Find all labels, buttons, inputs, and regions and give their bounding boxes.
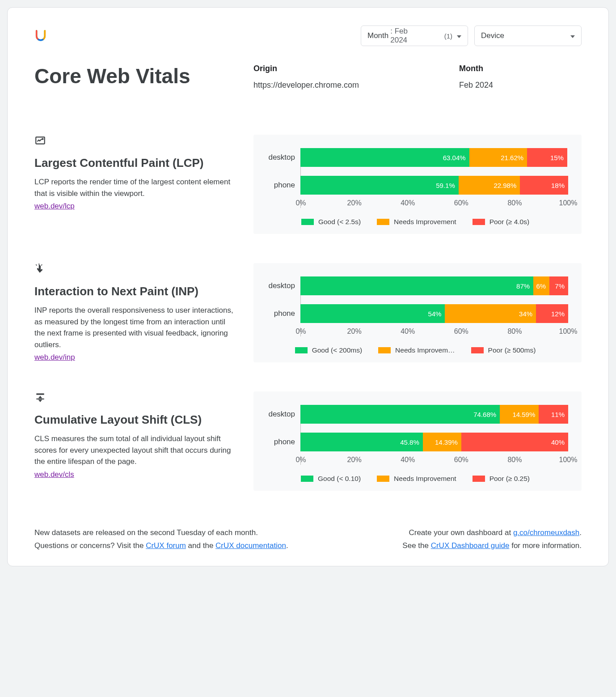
- filter-bar: Month : Feb 2024 (1) Device: [361, 26, 582, 46]
- header-row: Core Web Vitals Origin https://developer…: [34, 64, 582, 90]
- metric-title: Interaction to Next Paint (INP): [34, 285, 236, 298]
- bar-seg-ni: 6%: [533, 276, 549, 295]
- bar-seg-poor: 7%: [549, 276, 568, 295]
- metric-doc-link[interactable]: web.dev/cls: [34, 470, 74, 479]
- bar-track[interactable]: 59.1%22.98%18%: [300, 176, 568, 195]
- legend: Good (< 200ms)Needs Improvem…Poor (≥ 500…: [262, 346, 568, 354]
- bar-row-phone: phone59.1%22.98%18%: [262, 176, 568, 195]
- caret-down-icon: [570, 31, 575, 40]
- legend-item-ni: Needs Improvement: [377, 475, 456, 483]
- bar-seg-ni: 34%: [445, 304, 536, 323]
- legend-label: Good (< 0.10): [318, 475, 361, 483]
- legend-item-poor: Poor (≥ 0.25): [473, 475, 530, 483]
- bar-row-desktop: desktop87%6%7%: [262, 276, 568, 295]
- chart-cls: desktop74.68%14.59%11%phone45.8%14.39%40…: [253, 391, 582, 491]
- meta-month-label: Month: [459, 64, 557, 73]
- bar-row-desktop: desktop63.04%21.62%15%: [262, 148, 568, 167]
- legend-swatch: [378, 347, 391, 353]
- axis-tick: 0%: [295, 199, 306, 207]
- axis-tick: 80%: [507, 327, 522, 336]
- axis-tick: 100%: [559, 327, 578, 336]
- legend-swatch: [301, 219, 314, 225]
- footer-right-line2: See the CrUX Dashboard guide for more in…: [402, 540, 582, 552]
- axis-tick: 100%: [559, 456, 578, 464]
- bar-track[interactable]: 45.8%14.39%40%: [300, 433, 568, 451]
- metric-info: Largest Contentful Paint (LCP)LCP report…: [34, 135, 253, 211]
- legend-label: Good (< 2.5s): [318, 218, 361, 226]
- bar-seg-poor: 12%: [536, 304, 568, 323]
- metric-doc-link[interactable]: web.dev/lcp: [34, 202, 75, 210]
- axis-tick: 0%: [295, 456, 306, 464]
- legend-label: Poor (≥ 0.25): [489, 475, 530, 483]
- legend-swatch: [377, 219, 389, 225]
- bar-track[interactable]: 74.68%14.59%11%: [300, 405, 568, 424]
- bar-seg-ni: 14.59%: [500, 405, 539, 424]
- axis-tick: 80%: [507, 456, 522, 464]
- bar-track[interactable]: 87%6%7%: [300, 276, 568, 295]
- filter-device-label: Device: [481, 31, 504, 40]
- metrics-host: Largest Contentful Paint (LCP)LCP report…: [34, 135, 582, 491]
- bar-category-label: desktop: [262, 410, 300, 419]
- metric-desc: CLS measures the sum total of all indivi…: [34, 433, 236, 468]
- footer-text: .: [286, 541, 288, 550]
- legend-swatch: [471, 347, 484, 353]
- axis-tick: 60%: [454, 456, 468, 464]
- axis-tick: 20%: [347, 456, 362, 464]
- bar-seg-ni: 21.62%: [469, 148, 527, 167]
- legend-item-poor: Poor (≥ 500ms): [471, 346, 536, 354]
- meta-origin: Origin https://developer.chrome.com: [253, 64, 459, 90]
- legend-label: Needs Improvement: [394, 218, 456, 226]
- legend-item-good: Good (< 0.10): [301, 475, 361, 483]
- bar-seg-good: 54%: [300, 304, 445, 323]
- legend-label: Poor (≥ 4.0s): [489, 218, 529, 226]
- bar-seg-ni: 22.98%: [459, 176, 520, 195]
- filter-device[interactable]: Device: [474, 26, 582, 46]
- legend-swatch: [377, 476, 389, 482]
- footer-left-line2: Questions or concerns? Visit the CrUX fo…: [34, 540, 288, 552]
- bars-container: desktop74.68%14.59%11%phone45.8%14.39%40…: [262, 405, 568, 451]
- bar-track[interactable]: 54%34%12%: [300, 304, 568, 323]
- bar-seg-poor: 40%: [461, 433, 568, 451]
- bar-seg-ni: 14.39%: [423, 433, 461, 451]
- axis: 0%20%40%60%80%100%: [262, 327, 568, 336]
- meta-origin-value: https://developer.chrome.com: [253, 81, 459, 90]
- legend-item-good: Good (< 200ms): [295, 346, 362, 354]
- bar-row-desktop: desktop74.68%14.59%11%: [262, 405, 568, 424]
- axis-tick: 40%: [401, 456, 415, 464]
- bars-container: desktop63.04%21.62%15%phone59.1%22.98%18…: [262, 148, 568, 195]
- metric-info: Cumulative Layout Shift (CLS)CLS measure…: [34, 391, 253, 479]
- footer-left: New datasets are released on the second …: [34, 527, 288, 552]
- bar-row-phone: phone54%34%12%: [262, 304, 568, 323]
- bar-track[interactable]: 63.04%21.62%15%: [300, 148, 568, 167]
- axis: 0%20%40%60%80%100%: [262, 456, 568, 465]
- meta-month-value: Feb 2024: [459, 81, 557, 90]
- footer-text: and the: [186, 541, 215, 550]
- bar-seg-good: 59.1%: [300, 176, 459, 195]
- axis-tick: 60%: [454, 199, 468, 207]
- bar-category-label: desktop: [262, 281, 300, 290]
- filter-month[interactable]: Month : Feb 2024 (1): [361, 26, 468, 46]
- axis-tick: 80%: [507, 199, 522, 207]
- crux-docs-link[interactable]: CrUX documentation: [215, 541, 286, 550]
- dashboard-card: Month : Feb 2024 (1) Device Core Web Vit…: [7, 7, 609, 566]
- bar-seg-good: 63.04%: [300, 148, 469, 167]
- dashboard-guide-link[interactable]: CrUX Dashboard guide: [431, 541, 510, 550]
- axis-tick: 20%: [347, 327, 362, 336]
- axis-tick: 0%: [295, 327, 306, 336]
- metric-lcp: Largest Contentful Paint (LCP)LCP report…: [34, 135, 582, 234]
- bar-category-label: desktop: [262, 153, 300, 162]
- crux-forum-link[interactable]: CrUX forum: [146, 541, 186, 550]
- svg-rect-2: [36, 393, 44, 395]
- caret-down-icon: [457, 31, 461, 40]
- bar-seg-poor: 15%: [527, 148, 567, 167]
- chromeuxdash-link[interactable]: g.co/chromeuxdash: [513, 528, 579, 537]
- metric-title: Largest Contentful Paint (LCP): [34, 156, 236, 170]
- metric-desc: INP reports the overall responsiveness t…: [34, 305, 236, 350]
- metric-info: Interaction to Next Paint (INP)INP repor…: [34, 263, 253, 362]
- footer-right-line1: Create your own dashboard at g.co/chrome…: [402, 527, 582, 540]
- footer-text: See the: [402, 541, 430, 550]
- footer-text: Questions or concerns? Visit the: [34, 541, 146, 550]
- metric-doc-link[interactable]: web.dev/inp: [34, 353, 75, 361]
- meta-origin-label: Origin: [253, 64, 459, 73]
- bar-category-label: phone: [262, 181, 300, 190]
